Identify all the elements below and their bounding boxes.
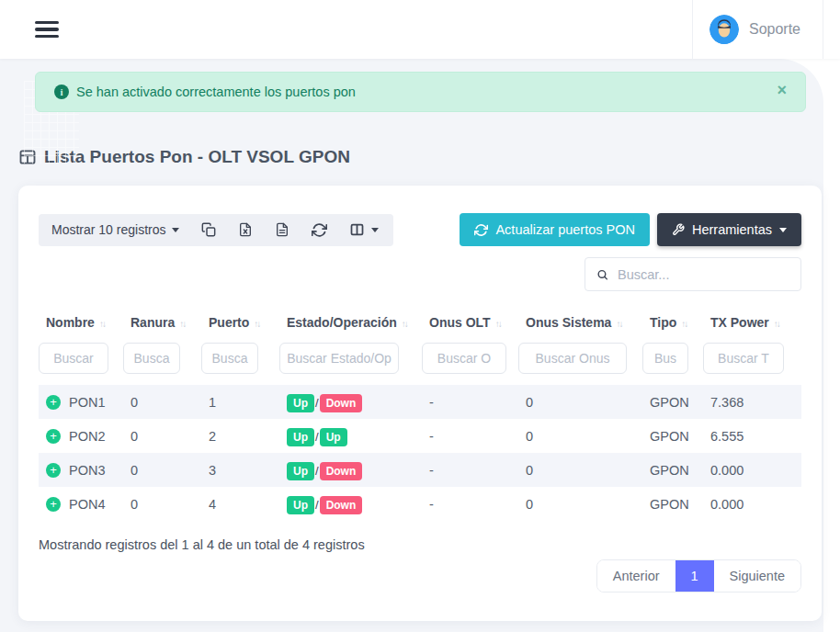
sort-icon: ↑↓ [402, 319, 407, 329]
table-card: Mostrar 10 registros [18, 186, 822, 621]
pagination-next[interactable]: Siguiente [714, 560, 800, 592]
column-header-onus-sistema[interactable]: Onus Sistema↑↓ [518, 308, 642, 339]
cell-puerto: 2 [201, 419, 279, 453]
cell-tipo: GPON [642, 453, 703, 487]
alert-message: Se han activado correctamente los puerto… [76, 85, 356, 99]
cell-tipo: GPON [642, 487, 703, 521]
operation-badge: Down [320, 496, 363, 514]
filter-input-onus-sistema[interactable] [518, 343, 627, 374]
chevron-down-icon [172, 228, 179, 232]
operation-badge: Down [320, 394, 363, 412]
status-badge: Up [287, 496, 314, 514]
pagination-previous[interactable]: Anterior [597, 560, 675, 592]
excel-export-button[interactable] [238, 222, 253, 237]
status-badge: Up [287, 394, 314, 412]
table-header-row: Nombre↑↓ Ranura↑↓ Puerto↑↓ Estado/Operac… [39, 308, 801, 339]
filter-input-estado[interactable] [279, 343, 399, 374]
filter-input-tipo[interactable] [642, 343, 688, 374]
refresh-icon [474, 223, 488, 237]
pon-ports-table: Nombre↑↓ Ranura↑↓ Puerto↑↓ Estado/Operac… [39, 308, 801, 521]
close-icon[interactable]: × [777, 82, 787, 98]
cell-onus-olt: - [422, 453, 518, 487]
chevron-down-icon [371, 228, 379, 232]
info-icon: i [54, 85, 69, 99]
page-title: Lista Puertos Pon - OLT VSOL GPON [18, 147, 823, 167]
sort-icon: ↑↓ [99, 319, 105, 329]
records-summary: Mostrando registros del 1 al 4 de un tot… [39, 537, 801, 552]
cell-tipo: GPON [642, 419, 703, 453]
table-row: +PON4 0 4 Up/Down - 0 GPON 0.000 [39, 487, 801, 521]
filter-input-onus-olt[interactable] [422, 343, 506, 374]
table-row: +PON2 0 2 Up/Up - 0 GPON 6.555 [39, 419, 801, 453]
column-header-tipo[interactable]: Tipo↑↓ [642, 308, 703, 339]
column-header-estado[interactable]: Estado/Operación↑↓ [279, 308, 422, 339]
column-visibility-button[interactable] [349, 222, 379, 237]
filter-input-tx-power[interactable] [703, 343, 784, 374]
column-header-nombre[interactable]: Nombre↑↓ [39, 308, 123, 339]
status-badge: Up [287, 428, 314, 446]
cell-nombre: PON4 [69, 497, 106, 512]
filter-input-ranura[interactable] [123, 343, 180, 374]
cell-onus-olt: - [422, 385, 518, 419]
cell-ranura: 0 [123, 487, 201, 521]
cell-ranura: 0 [123, 419, 201, 453]
user-name: Soporte [749, 21, 800, 38]
pagination: Anterior 1 Siguiente [596, 559, 801, 592]
cell-puerto: 4 [201, 487, 279, 521]
column-header-tx-power[interactable]: TX Power↑↓ [703, 308, 801, 339]
success-alert: i Se han activado correctamente los puer… [35, 72, 806, 112]
cell-onus-sistema: 0 [518, 419, 642, 453]
cell-puerto: 1 [201, 385, 279, 419]
cell-tx-power: 0.000 [703, 453, 801, 487]
sort-icon: ↑↓ [254, 319, 259, 329]
page-length-select[interactable]: Mostrar 10 registros [51, 222, 179, 237]
tools-dropdown-button[interactable]: Herramientas [657, 213, 801, 246]
sort-icon: ↑↓ [616, 319, 621, 329]
expand-row-icon[interactable]: + [46, 429, 61, 444]
table-filter-row [39, 339, 801, 385]
column-header-puerto[interactable]: Puerto↑↓ [201, 308, 279, 339]
tools-button-label: Herramientas [692, 222, 772, 237]
pagination-page-1[interactable]: 1 [675, 560, 714, 592]
wrench-icon [672, 223, 685, 236]
cell-tipo: GPON [642, 385, 703, 419]
column-header-ranura[interactable]: Ranura↑↓ [123, 308, 201, 339]
expand-row-icon[interactable]: + [46, 395, 61, 410]
column-header-onus-olt[interactable]: Onus OLT↑↓ [422, 308, 518, 339]
datatable-controls: Mostrar 10 registros [39, 214, 393, 246]
page-title-text: Lista Puertos Pon - OLT VSOL GPON [44, 147, 350, 167]
search-box [585, 257, 801, 291]
cell-onus-sistema: 0 [518, 487, 642, 521]
status-badge: Up [287, 462, 314, 480]
cell-onus-sistema: 0 [518, 385, 642, 419]
search-input[interactable] [618, 267, 789, 282]
cell-nombre: PON3 [69, 463, 106, 478]
sort-icon: ↑↓ [774, 319, 779, 329]
table-row: +PON1 0 1 Up/Down - 0 GPON 7.368 [39, 385, 801, 419]
reload-icon[interactable] [312, 222, 327, 238]
cell-nombre: PON2 [69, 429, 106, 444]
top-navbar: Soporte [0, 0, 840, 59]
menu-toggle-icon[interactable] [35, 17, 59, 42]
expand-row-icon[interactable]: + [46, 497, 61, 512]
cell-ranura: 0 [123, 453, 201, 487]
copy-button[interactable] [201, 222, 216, 237]
sort-icon: ↑↓ [681, 319, 687, 329]
update-pon-ports-button[interactable]: Actualizar puertos PON [460, 213, 650, 246]
search-icon [596, 267, 608, 282]
cell-nombre: PON1 [69, 395, 106, 410]
chevron-down-icon [779, 228, 787, 232]
filter-input-puerto[interactable] [201, 343, 258, 374]
filter-input-nombre[interactable] [39, 343, 108, 374]
cell-tx-power: 6.555 [703, 419, 801, 453]
cell-tx-power: 0.000 [703, 487, 801, 521]
cell-onus-sistema: 0 [518, 453, 642, 487]
operation-badge: Down [320, 462, 363, 480]
cell-onus-olt: - [422, 487, 518, 521]
user-menu[interactable]: Soporte [692, 0, 823, 59]
avatar [709, 15, 739, 44]
table-row: +PON3 0 3 Up/Down - 0 GPON 0.000 [39, 453, 801, 487]
table-toolbar: Mostrar 10 registros [39, 213, 801, 246]
file-export-button[interactable] [275, 222, 289, 237]
expand-row-icon[interactable]: + [46, 463, 61, 478]
